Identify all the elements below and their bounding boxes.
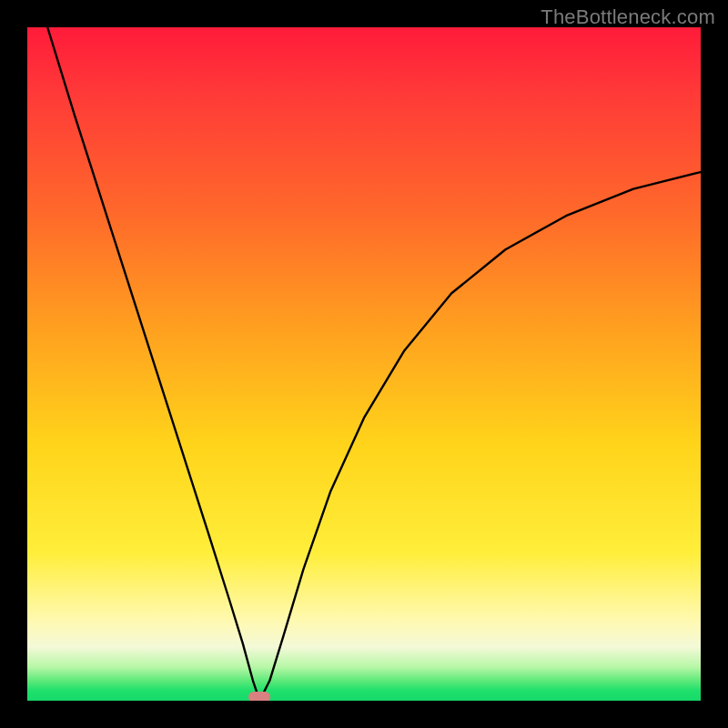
bottleneck-curve — [27, 27, 701, 701]
optimal-marker — [248, 692, 270, 701]
watermark-text: TheBottleneck.com — [541, 5, 715, 29]
plot-area — [27, 27, 701, 701]
chart-frame: TheBottleneck.com — [0, 0, 728, 728]
